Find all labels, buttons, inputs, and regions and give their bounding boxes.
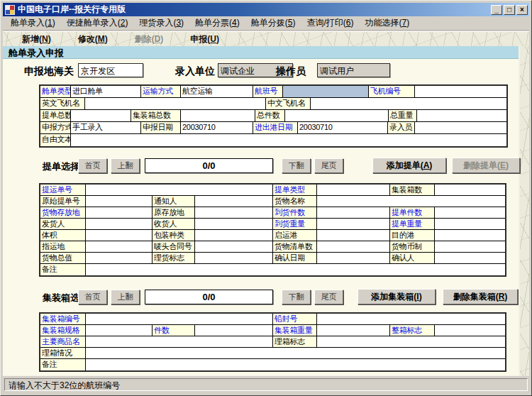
minimize-button[interactable]: _ [491,5,502,15]
field-input[interactable] [317,336,505,347]
field-input[interactable] [86,207,153,218]
field-input[interactable] [86,359,505,370]
label-fragment: 删除集装箱( [453,291,499,303]
field-input[interactable] [86,230,153,241]
bl-first-page-button[interactable]: 首页 [78,158,107,173]
app-icon[interactable] [5,5,15,15]
field-input[interactable] [195,241,273,252]
field-input[interactable] [195,207,273,218]
field-input[interactable] [435,230,505,241]
add-bl-button[interactable]: 添加提单(A) [372,158,446,173]
container-table: 集装箱编号 铅封号 集装箱规格 件数 集装箱重量 整箱标志 主要商品名 [39,312,506,372]
field-label: 发货人 [40,219,86,229]
accelerator-key: N [42,34,48,44]
field-input[interactable] [85,98,266,109]
new-button[interactable]: 新增(N) [18,33,55,46]
field-input[interactable] [435,241,505,252]
field-input[interactable] [86,219,153,229]
field-input[interactable] [317,325,390,336]
ctn-page-counter[interactable]: 0/0 [145,290,273,304]
field-input[interactable] [415,122,506,133]
maximize-button[interactable]: □ [504,5,515,15]
field-input[interactable]: 20030710 [181,122,253,133]
field-input[interactable] [195,219,273,229]
field-label: 集装箱总数 [131,110,181,121]
modify-button[interactable]: 修改(M) [74,33,111,46]
flight-no-input[interactable] [283,86,369,97]
bl-next-page-button[interactable]: 下翻 [282,158,311,173]
field-input[interactable] [86,241,153,252]
field-input[interactable] [435,185,505,195]
menu-item-manifest-dispatch[interactable]: 舱单分拨(5) [245,16,301,31]
delete-container-button[interactable]: 删除集装箱(R) [443,289,518,304]
table-row: 备注 [40,359,505,370]
label-fragment: 舱单录入( [11,18,48,28]
field-label: 英文飞机名 [40,98,85,109]
table-row: 自由文本 [40,134,506,146]
field-input[interactable] [86,336,273,347]
field-input[interactable] [435,219,505,229]
label-fragment: 删除( [135,34,155,44]
close-button[interactable]: × [516,5,528,15]
field-label: 通知人 [153,196,195,207]
declare-button[interactable]: 申报(U) [187,33,223,46]
field-input[interactable] [181,110,255,121]
field-input[interactable]: 20030710 [298,122,388,133]
ctn-last-page-button[interactable]: 尾页 [314,290,343,304]
ctn-first-page-button[interactable]: 首页 [78,290,107,304]
field-input[interactable] [317,207,390,218]
label-fragment: 功能选择( [365,18,401,28]
field-input[interactable] [285,110,389,121]
ctn-prev-page-button[interactable]: 上翻 [111,290,140,304]
menu-item-manifest-split[interactable]: 舱单分票(4) [189,16,245,31]
menu-item-manifest-entry[interactable]: 舱单录入(1) [5,16,61,31]
field-input[interactable] [195,253,273,263]
bl-prev-page-button[interactable]: 上翻 [111,158,140,173]
field-input[interactable] [415,86,506,97]
field-input[interactable]: 进口舱单 [71,86,141,97]
field-input[interactable] [317,185,390,195]
field-input[interactable] [317,253,390,263]
bl-page-counter[interactable]: 0/0 [145,158,273,173]
field-input[interactable] [317,219,390,229]
field-label: 货物币制 [390,241,435,252]
field-input[interactable] [435,253,505,263]
field-input[interactable]: 航空运输 [181,86,253,97]
add-container-button[interactable]: 添加集装箱(I) [358,289,436,304]
field-input[interactable] [317,241,390,252]
menu-item-tally-entry[interactable]: 理货录入(3) [133,16,189,31]
field-input[interactable] [317,230,390,241]
accelerator-key: M [98,34,105,44]
menu-item-quick-manifest-entry[interactable]: 便捷舱单录入(2) [61,16,134,31]
field-input[interactable] [86,325,153,336]
field-input[interactable] [71,134,506,146]
field-input[interactable] [71,110,131,121]
declare-customs-input[interactable]: 京开发区 [78,63,143,77]
field-input[interactable] [86,253,153,263]
field-input[interactable] [86,348,505,358]
menu-item-function-select[interactable]: 功能选择(7) [359,16,415,31]
field-input[interactable] [417,110,506,121]
field-input[interactable] [435,207,505,218]
field-label: 提运单号 [40,185,86,195]
field-label: 货物存放地 [40,207,86,218]
table-row: 提运单号 提单类型 集装箱数 [40,185,505,196]
field-label: 整箱标志 [390,325,435,336]
bl-last-page-button[interactable]: 尾页 [314,158,343,173]
field-input[interactable] [195,325,273,336]
field-input[interactable] [195,230,273,241]
field-input[interactable]: 手工录入 [71,122,141,133]
field-input[interactable] [86,314,273,324]
field-input[interactable] [435,325,505,336]
ctn-next-page-button[interactable]: 下翻 [282,290,311,304]
field-input[interactable] [311,98,506,109]
field-input[interactable] [86,264,505,275]
field-input[interactable] [86,196,153,207]
field-input[interactable] [317,196,505,207]
field-input[interactable] [86,185,273,195]
delete-button: 删除(D) [131,33,167,46]
field-input[interactable] [195,196,273,207]
menu-item-query-print[interactable]: 查询/打印(6) [301,16,359,31]
field-input[interactable] [317,314,505,324]
table-row: 理箱情况 [40,348,505,359]
